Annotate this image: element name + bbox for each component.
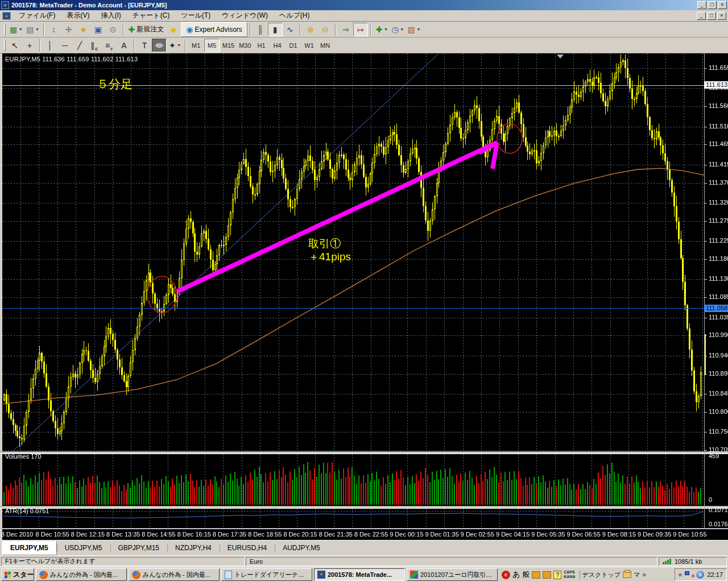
folder-icon[interactable] <box>623 571 631 578</box>
menu-bar: ≡ ファイル(F)表示(V)挿入(I)チャート(C)ツール(T)ウィンドウ(W)… <box>0 10 728 22</box>
profiles-icon: ▤ <box>26 26 34 34</box>
diary-icon <box>225 571 232 579</box>
caps-kana-indicator[interactable]: CAPSKANA <box>564 570 575 579</box>
text-button[interactable]: A <box>117 39 131 52</box>
chart-tab-eurjpy-m5[interactable]: EURJPY,M5 <box>2 541 57 555</box>
chart-tab-nzdjpy-h4[interactable]: NZDJPY,H4 <box>167 542 220 555</box>
menu-item-1[interactable]: 表示(V) <box>61 10 95 22</box>
toolbar-separator <box>335 23 336 36</box>
chart-shift-button[interactable]: ↦ <box>353 23 368 36</box>
desktop-toolbar-label[interactable]: デスクトップ <box>582 571 621 579</box>
task-trade-diary[interactable]: トレードダイアリーテンプレー... <box>221 568 312 581</box>
menu-item-5[interactable]: ウィンドウ(W) <box>216 10 274 22</box>
equidistant-channel-icon: ∥ <box>90 41 94 49</box>
close-button[interactable]: × <box>718 1 727 9</box>
profiles-button[interactable]: ▤▾ <box>24 23 40 36</box>
menu-item-3[interactable]: チャート(C) <box>127 10 176 22</box>
timeframe-mn-button[interactable]: MN <box>317 39 333 52</box>
strategy-tester-button[interactable]: ⊙ <box>106 23 121 36</box>
candlestick-chart-button[interactable]: ▮ <box>268 23 283 36</box>
arrows-button[interactable]: ✦▾ <box>167 39 183 52</box>
shapes-button[interactable] <box>152 39 167 52</box>
menu-item-4[interactable]: ツール(T) <box>175 10 216 22</box>
chart-tab-gbpjpy-m15[interactable]: GBPJPY,M15 <box>110 542 167 555</box>
chart-tab-eurusd-h4[interactable]: EURUSD,H4 <box>220 542 275 555</box>
equidistant-channel-button[interactable]: ∥E <box>87 39 102 52</box>
tray-collapse-icon[interactable]: « <box>679 571 682 579</box>
status-help-text: F1キーでヘルプが表示されます <box>1 557 245 566</box>
time-axis-label: 8 Dec 2010 <box>1 531 33 538</box>
timeframe-d1-button[interactable]: D1 <box>286 39 301 52</box>
periods-button[interactable]: ◷▾ <box>390 23 406 36</box>
menu-item-6[interactable]: ヘルプ(H) <box>274 10 316 22</box>
templates-button[interactable]: ▨▾ <box>406 23 422 36</box>
terminal-button[interactable]: ▣ <box>91 23 106 36</box>
time-axis-label: 9 Dec 04:15 <box>496 531 530 538</box>
chart-window-icon: ≡ <box>2 12 11 20</box>
ime-input-mode[interactable]: あ <box>512 569 520 580</box>
cursor-button[interactable]: ↖ <box>7 39 22 52</box>
timeframe-w1-button[interactable]: W1 <box>301 39 317 52</box>
chart-canvas[interactable] <box>0 53 728 540</box>
overflow-chevron-icon[interactable]: » <box>642 571 646 579</box>
horizontal-line-button[interactable]: ─ <box>57 39 72 52</box>
price-tick-label: 111.655 <box>709 64 728 71</box>
new-chart-icon: ▦ <box>10 26 17 34</box>
menu-item-2[interactable]: 挿入(I) <box>95 10 126 22</box>
ime-tools-icon[interactable] <box>543 571 551 579</box>
zoom-out-button[interactable]: ⊖ <box>318 23 333 36</box>
ime-pad-icon[interactable] <box>532 571 540 579</box>
task-firefox-1[interactable]: みんなの外為 - 国内最... <box>36 568 127 581</box>
timeframe-m30-button[interactable]: M30 <box>237 39 253 52</box>
time-axis-label: 8 Dec 12:15 <box>71 531 105 538</box>
navigator-button[interactable]: ★ <box>76 23 91 36</box>
ime-icon[interactable]: e <box>502 571 510 579</box>
task-firefox-2[interactable]: みんなの外為 - 国内最... <box>129 568 220 581</box>
text-label-button[interactable]: T <box>137 39 152 52</box>
timeframe-m5-button[interactable]: M5 <box>204 39 220 52</box>
crosshair-button[interactable]: + <box>22 39 37 52</box>
child-restore-button[interactable]: □ <box>707 12 716 20</box>
task-trade-result[interactable]: 20101207ユーロ円取引結... <box>407 568 498 581</box>
network-offline-icon[interactable]: × <box>685 571 693 578</box>
vertical-line-button[interactable]: │ <box>43 39 57 52</box>
tray-app-icon[interactable]: a <box>696 571 704 579</box>
new-chart-button[interactable]: ▦▾ <box>7 23 24 36</box>
timeframe-m15-button[interactable]: M15 <box>220 39 237 52</box>
ime-help-icon[interactable]: ? <box>553 571 561 579</box>
indicators-button[interactable]: ✚▾ <box>374 23 390 36</box>
price-tick-label: 111.560 <box>709 102 728 109</box>
trendline-button[interactable]: ╱ <box>72 39 87 52</box>
ime-conversion-mode[interactable]: 般 <box>522 569 530 580</box>
chart-tab-audjpy-m5[interactable]: AUDJPY,M5 <box>275 542 328 555</box>
expert-advisors-button[interactable]: ◉Expert Advisors <box>181 22 247 37</box>
toolbar-separator <box>300 23 301 36</box>
auto-scroll-button[interactable]: ⇒ <box>338 23 353 36</box>
restore-button[interactable]: □ <box>708 1 717 9</box>
desktop-toolbar-item[interactable]: マ <box>634 571 640 579</box>
fibonacci-button[interactable]: ≡F <box>102 39 117 52</box>
dropdown-arrow-icon: ▾ <box>19 27 22 32</box>
timeframe-h4-button[interactable]: H4 <box>270 39 286 52</box>
timeframe-m1-button[interactable]: M1 <box>188 39 204 52</box>
market-watch-button[interactable]: ↕ <box>47 23 61 36</box>
indicators-icon: ✚ <box>376 26 383 34</box>
dropdown-arrow-icon: ▾ <box>178 43 180 48</box>
child-minimize-button[interactable]: _ <box>697 12 706 20</box>
line-chart-button[interactable]: ∿ <box>283 23 297 36</box>
price-tick-label: 111.180 <box>709 255 728 262</box>
bar-chart-button[interactable]: ║ <box>253 23 268 36</box>
system-tray: « × a 22:17 <box>675 568 727 581</box>
child-close-button[interactable]: × <box>717 12 726 20</box>
chart-tab-usdjpy-m5[interactable]: USDJPY,M5 <box>57 542 110 555</box>
price-tick-label: 111.035 <box>709 314 728 321</box>
zoom-in-button[interactable]: ⊕ <box>303 23 318 36</box>
new-order-button[interactable]: ✚新規注文 <box>126 23 167 36</box>
data-window-button[interactable]: ✛ <box>61 23 76 36</box>
timeframe-h1-button[interactable]: H1 <box>254 39 270 52</box>
minimize-button[interactable]: _ <box>697 1 706 9</box>
alert-button[interactable]: ◆ <box>166 23 181 36</box>
start-button[interactable]: スタート <box>1 568 34 581</box>
task-metatrader[interactable]: ≡2001578: MetaTrade... <box>314 568 405 581</box>
menu-item-0[interactable]: ファイル(F) <box>13 10 61 22</box>
